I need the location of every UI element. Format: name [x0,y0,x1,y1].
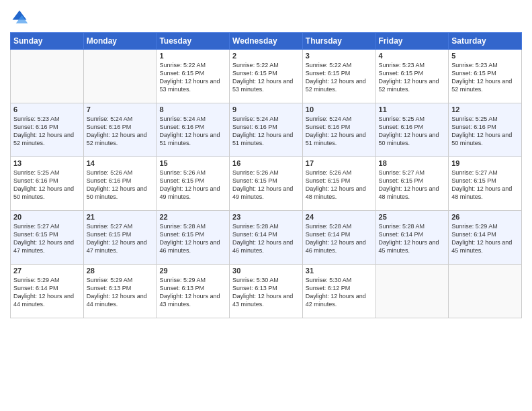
day-number: 1 [159,52,226,60]
day-number: 29 [159,267,226,275]
day-cell-3: 3Sunrise: 5:22 AMSunset: 6:15 PMDaylight… [302,50,375,103]
day-number: 16 [232,159,300,167]
day-number: 27 [13,267,81,275]
day-number: 24 [306,213,373,221]
day-cell-2: 2Sunrise: 5:22 AMSunset: 6:15 PMDaylight… [230,50,303,103]
day-info: Sunrise: 5:29 AMSunset: 6:14 PMDaylight:… [13,276,81,309]
day-cell-17: 17Sunrise: 5:26 AMSunset: 6:15 PMDayligh… [302,157,375,211]
week-row-2: 6Sunrise: 5:23 AMSunset: 6:16 PMDaylight… [11,103,522,157]
weekday-header-wednesday: Wednesday [230,33,303,50]
calendar-table: SundayMondayTuesdayWednesdayThursdayFrid… [10,32,522,318]
day-info: Sunrise: 5:26 AMSunset: 6:15 PMDaylight:… [159,169,226,201]
day-cell-4: 4Sunrise: 5:23 AMSunset: 6:15 PMDaylight… [375,50,449,103]
day-number: 4 [379,52,446,60]
day-number: 31 [306,267,373,275]
day-cell-29: 29Sunrise: 5:29 AMSunset: 6:13 PMDayligh… [157,265,230,318]
day-info: Sunrise: 5:29 AMSunset: 6:14 PMDaylight:… [451,222,519,255]
day-info: Sunrise: 5:28 AMSunset: 6:15 PMDaylight:… [159,222,226,255]
day-cell-18: 18Sunrise: 5:27 AMSunset: 6:15 PMDayligh… [375,157,449,211]
day-cell-24: 24Sunrise: 5:28 AMSunset: 6:14 PMDayligh… [302,211,375,265]
weekday-header-sunday: Sunday [11,33,84,50]
day-cell-5: 5Sunrise: 5:23 AMSunset: 6:15 PMDaylight… [449,50,522,103]
day-info: Sunrise: 5:30 AMSunset: 6:12 PMDaylight:… [306,276,373,309]
day-cell-31: 31Sunrise: 5:30 AMSunset: 6:12 PMDayligh… [302,265,375,318]
day-info: Sunrise: 5:23 AMSunset: 6:16 PMDaylight:… [13,115,81,148]
weekday-header-thursday: Thursday [302,33,375,50]
day-number: 5 [451,52,519,60]
day-cell-26: 26Sunrise: 5:29 AMSunset: 6:14 PMDayligh… [449,211,522,265]
page-header [10,7,522,27]
day-cell-7: 7Sunrise: 5:24 AMSunset: 6:16 PMDaylight… [83,103,157,157]
day-number: 26 [451,213,519,221]
day-number: 19 [451,159,519,167]
day-info: Sunrise: 5:26 AMSunset: 6:15 PMDaylight:… [306,169,373,201]
day-number: 6 [13,105,81,113]
empty-cell [11,50,84,103]
day-cell-19: 19Sunrise: 5:27 AMSunset: 6:15 PMDayligh… [449,157,522,211]
day-number: 10 [306,105,373,113]
day-info: Sunrise: 5:22 AMSunset: 6:15 PMDaylight:… [159,61,226,94]
day-number: 2 [232,52,300,60]
day-number: 25 [379,213,446,221]
weekday-header-row: SundayMondayTuesdayWednesdayThursdayFrid… [11,33,522,50]
day-cell-16: 16Sunrise: 5:26 AMSunset: 6:15 PMDayligh… [230,157,303,211]
day-info: Sunrise: 5:26 AMSunset: 6:16 PMDaylight:… [87,169,154,201]
day-info: Sunrise: 5:29 AMSunset: 6:13 PMDaylight:… [87,276,154,309]
day-cell-8: 8Sunrise: 5:24 AMSunset: 6:16 PMDaylight… [157,103,230,157]
day-info: Sunrise: 5:24 AMSunset: 6:16 PMDaylight:… [87,115,154,148]
day-cell-22: 22Sunrise: 5:28 AMSunset: 6:15 PMDayligh… [157,211,230,265]
day-number: 21 [87,213,154,221]
day-cell-9: 9Sunrise: 5:24 AMSunset: 6:16 PMDaylight… [230,103,303,157]
day-info: Sunrise: 5:22 AMSunset: 6:15 PMDaylight:… [232,61,300,94]
empty-cell [83,50,157,103]
weekday-header-tuesday: Tuesday [157,33,230,50]
day-info: Sunrise: 5:27 AMSunset: 6:15 PMDaylight:… [13,222,81,255]
day-info: Sunrise: 5:27 AMSunset: 6:15 PMDaylight:… [87,222,154,255]
day-cell-27: 27Sunrise: 5:29 AMSunset: 6:14 PMDayligh… [11,265,84,318]
day-info: Sunrise: 5:27 AMSunset: 6:15 PMDaylight:… [379,169,446,201]
empty-cell [449,265,522,318]
day-number: 8 [159,105,226,113]
weekday-header-friday: Friday [375,33,449,50]
day-cell-28: 28Sunrise: 5:29 AMSunset: 6:13 PMDayligh… [83,265,157,318]
logo [10,7,32,27]
weekday-header-saturday: Saturday [449,33,522,50]
day-info: Sunrise: 5:24 AMSunset: 6:16 PMDaylight:… [232,115,300,148]
day-info: Sunrise: 5:28 AMSunset: 6:14 PMDaylight:… [379,222,446,255]
day-cell-25: 25Sunrise: 5:28 AMSunset: 6:14 PMDayligh… [375,211,449,265]
week-row-1: 1Sunrise: 5:22 AMSunset: 6:15 PMDaylight… [11,50,522,103]
day-cell-14: 14Sunrise: 5:26 AMSunset: 6:16 PMDayligh… [83,157,157,211]
day-number: 15 [159,159,226,167]
day-cell-30: 30Sunrise: 5:30 AMSunset: 6:13 PMDayligh… [230,265,303,318]
day-info: Sunrise: 5:29 AMSunset: 6:13 PMDaylight:… [159,276,226,309]
day-number: 22 [159,213,226,221]
day-info: Sunrise: 5:25 AMSunset: 6:16 PMDaylight:… [379,115,446,148]
day-number: 14 [87,159,154,167]
day-number: 12 [451,105,519,113]
day-cell-1: 1Sunrise: 5:22 AMSunset: 6:15 PMDaylight… [157,50,230,103]
day-number: 18 [379,159,446,167]
day-info: Sunrise: 5:25 AMSunset: 6:16 PMDaylight:… [13,169,81,201]
day-info: Sunrise: 5:27 AMSunset: 6:15 PMDaylight:… [451,169,519,201]
day-info: Sunrise: 5:28 AMSunset: 6:14 PMDaylight:… [306,222,373,255]
week-row-4: 20Sunrise: 5:27 AMSunset: 6:15 PMDayligh… [11,211,522,265]
day-number: 28 [87,267,154,275]
day-number: 7 [87,105,154,113]
day-info: Sunrise: 5:24 AMSunset: 6:16 PMDaylight:… [306,115,373,148]
week-row-5: 27Sunrise: 5:29 AMSunset: 6:14 PMDayligh… [11,265,522,318]
day-number: 17 [306,159,373,167]
day-number: 23 [232,213,300,221]
day-cell-23: 23Sunrise: 5:28 AMSunset: 6:14 PMDayligh… [230,211,303,265]
day-cell-6: 6Sunrise: 5:23 AMSunset: 6:16 PMDaylight… [11,103,84,157]
day-info: Sunrise: 5:23 AMSunset: 6:15 PMDaylight:… [451,61,519,94]
day-info: Sunrise: 5:24 AMSunset: 6:16 PMDaylight:… [159,115,226,148]
day-info: Sunrise: 5:30 AMSunset: 6:13 PMDaylight:… [232,276,300,309]
day-number: 20 [13,213,81,221]
day-cell-11: 11Sunrise: 5:25 AMSunset: 6:16 PMDayligh… [375,103,449,157]
day-info: Sunrise: 5:25 AMSunset: 6:16 PMDaylight:… [451,115,519,148]
day-cell-13: 13Sunrise: 5:25 AMSunset: 6:16 PMDayligh… [11,157,84,211]
weekday-header-monday: Monday [83,33,157,50]
day-cell-20: 20Sunrise: 5:27 AMSunset: 6:15 PMDayligh… [11,211,84,265]
week-row-3: 13Sunrise: 5:25 AMSunset: 6:16 PMDayligh… [11,157,522,211]
logo-icon [10,8,29,27]
